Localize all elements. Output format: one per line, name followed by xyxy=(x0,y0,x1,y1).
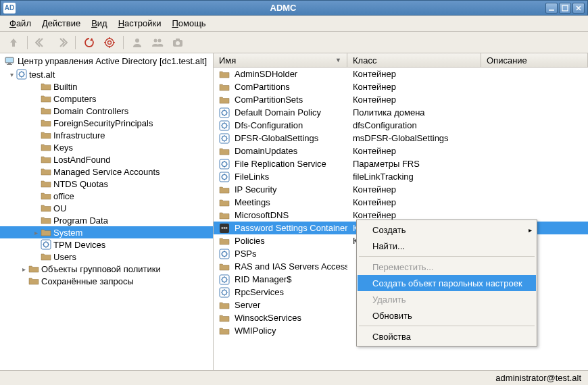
menu-item-4[interactable]: Помощь xyxy=(166,17,211,30)
folder-icon xyxy=(41,203,51,213)
list-cell-class: Контейнер xyxy=(353,184,396,195)
context-menu-item[interactable]: Найти... xyxy=(358,238,536,254)
tree-item-label: Сохранённые запросы xyxy=(41,276,134,286)
expand-icon[interactable]: ▸ xyxy=(31,229,41,236)
menu-item-0[interactable]: Файл xyxy=(4,17,36,30)
tree-item[interactable]: ▸Объекты групповой политики xyxy=(0,263,213,275)
toolbar-separator xyxy=(123,36,124,49)
list-row[interactable]: File Replication ServiceПараметры FRS xyxy=(214,157,588,170)
titlebar: AD ADMC xyxy=(0,0,588,16)
list-cell-class: msDFSR-GlobalSettings xyxy=(353,133,449,143)
expand-icon[interactable]: ▸ xyxy=(19,265,28,273)
list-cell-name: IP Security xyxy=(235,184,277,195)
list-cell-name: WinsockServices xyxy=(235,313,301,323)
column-name[interactable]: Имя▼ xyxy=(214,53,347,67)
forward-button[interactable] xyxy=(53,34,70,51)
list-cell-name: DFSR-GlobalSettings xyxy=(235,133,318,143)
maximize-button[interactable] xyxy=(559,3,571,14)
column-description[interactable]: Описание xyxy=(481,53,588,67)
folder-icon xyxy=(219,146,230,157)
tree-item[interactable]: Keys xyxy=(0,141,213,153)
users-button[interactable] xyxy=(149,34,166,51)
tree-item[interactable]: Builtin xyxy=(0,80,213,93)
list-row[interactable]: Default Domain PolicyПолитика домена xyxy=(214,106,588,119)
tree-item[interactable]: OU xyxy=(0,202,213,214)
context-menu-item[interactable]: Создать объект парольных настроек xyxy=(358,275,536,291)
list-cell-class: Контейнер xyxy=(353,69,396,79)
list-cell-name: DomainUpdates xyxy=(235,146,297,156)
menu-item-label: Помощь xyxy=(172,18,205,28)
tree-item-label: System xyxy=(53,228,82,238)
gear-icon xyxy=(219,274,230,285)
collapse-icon[interactable]: ▾ xyxy=(7,71,16,78)
folder-icon xyxy=(219,326,230,336)
menu-item-1[interactable]: Действие xyxy=(36,17,86,30)
tree-item[interactable]: Domain Controllers xyxy=(0,105,213,117)
svg-point-9 xyxy=(108,41,112,44)
tree-item[interactable]: ▸System xyxy=(0,226,213,238)
statusbar: administrator@test.alt xyxy=(0,370,588,385)
tree-item[interactable]: Infrastructure xyxy=(0,129,213,141)
list-row[interactable]: IP SecurityКонтейнер xyxy=(214,183,588,196)
tree-item[interactable]: NTDS Quotas xyxy=(0,178,213,190)
list-cell-class: Контейнер xyxy=(353,210,396,220)
tree-item[interactable]: Users xyxy=(0,251,213,263)
list-row[interactable]: ComPartitionsКонтейнер xyxy=(214,80,588,93)
minimize-button[interactable] xyxy=(545,3,558,14)
list-cell-class: fileLinkTracking xyxy=(353,172,414,182)
pwd-icon xyxy=(219,223,230,234)
tree-item[interactable]: Managed Service Accounts xyxy=(0,165,213,178)
tree-domain[interactable]: ▾ test.alt xyxy=(0,68,213,80)
column-desc-label: Описание xyxy=(487,55,527,66)
menu-item-3[interactable]: Настройки xyxy=(113,17,167,30)
tree-item[interactable]: Program Data xyxy=(0,214,213,226)
context-menu-item-label: Создать объект парольных настроек xyxy=(372,278,522,288)
list-row[interactable]: DomainUpdatesКонтейнер xyxy=(214,145,588,157)
target-button[interactable] xyxy=(101,34,118,51)
back-button[interactable] xyxy=(33,34,49,51)
folder-icon xyxy=(219,210,230,221)
tree-item[interactable]: Computers xyxy=(0,93,213,105)
menu-item-2[interactable]: Вид xyxy=(86,17,113,30)
folder-icon xyxy=(219,184,230,195)
camera-button[interactable] xyxy=(170,34,186,51)
menu-item-label: Файл xyxy=(9,18,31,28)
folder-icon xyxy=(219,236,230,247)
list-row[interactable]: AdminSDHolderКонтейнер xyxy=(214,68,588,80)
folder-icon xyxy=(41,178,51,189)
list-row[interactable]: FileLinksfileLinkTracking xyxy=(214,170,588,183)
menubar: ФайлДействиеВидНастройкиПомощь xyxy=(0,16,588,32)
tree-item[interactable]: ForeignSecurityPrincipals xyxy=(0,117,213,129)
context-menu[interactable]: Создать▸Найти...Переместить...Создать об… xyxy=(356,220,537,346)
list-cell-class: Контейнер xyxy=(353,146,396,156)
gear-icon xyxy=(219,133,230,144)
list-cell-name: Meetings xyxy=(235,197,270,207)
tree-item[interactable]: TPM Devices xyxy=(0,238,213,251)
folder-icon xyxy=(41,81,51,92)
user-button[interactable] xyxy=(129,34,145,51)
folder-icon xyxy=(41,154,51,165)
context-menu-item[interactable]: Создать▸ xyxy=(358,222,536,238)
svg-rect-7 xyxy=(562,5,568,11)
close-button[interactable] xyxy=(572,3,585,14)
list-cell-class: Контейнер xyxy=(353,197,396,207)
list-cell-name: FileLinks xyxy=(235,172,269,182)
tree-item[interactable]: LostAndFound xyxy=(0,153,213,165)
up-button[interactable] xyxy=(5,34,22,51)
refresh-button[interactable] xyxy=(81,34,97,51)
list-cell-name: ComPartitionSets xyxy=(235,95,303,105)
context-menu-item-label: Создать xyxy=(372,225,406,235)
column-class[interactable]: Класс xyxy=(347,53,481,67)
tree-item[interactable]: Сохранённые запросы xyxy=(0,275,213,287)
tree-item[interactable]: office xyxy=(0,190,213,202)
tree-pane[interactable]: Центр управления Active Directory [dc1.t… xyxy=(0,53,214,370)
context-menu-item[interactable]: Свойства xyxy=(358,328,536,344)
list-row[interactable]: ComPartitionSetsКонтейнер xyxy=(214,93,588,106)
tree-root[interactable]: Центр управления Active Directory [dc1.t… xyxy=(0,53,213,68)
context-menu-item[interactable]: Обновить xyxy=(358,307,536,324)
list-cell-name: Server xyxy=(235,300,260,310)
list-row[interactable]: Dfs-ConfigurationdfsConfiguration xyxy=(214,119,588,132)
folder-icon xyxy=(28,276,39,286)
list-row[interactable]: DFSR-GlobalSettingsmsDFSR-GlobalSettings xyxy=(214,132,588,145)
list-row[interactable]: MeetingsКонтейнер xyxy=(214,196,588,209)
